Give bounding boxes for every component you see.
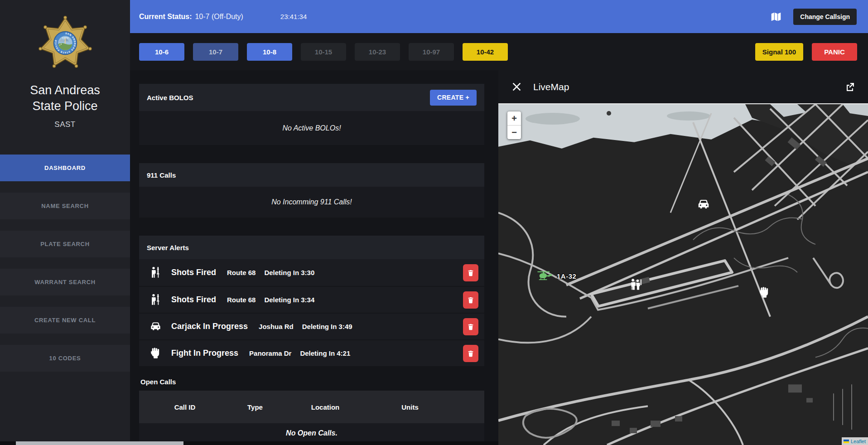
map-attribution: Leaflet — [842, 437, 868, 445]
livemap-panel: LiveMap — [498, 70, 868, 445]
status-code-button[interactable]: 10-97 — [409, 43, 454, 61]
alert-location: Route 68 — [227, 296, 256, 304]
alert-type-icon — [149, 266, 162, 279]
alert-delete-countdown: Deleting In 3:49 — [302, 323, 352, 330]
alert-type: Fight In Progress — [171, 348, 238, 358]
alert-type: Shots Fired — [171, 268, 216, 277]
map-icon[interactable] — [770, 11, 782, 23]
active-bolos-empty: No Active BOLOs! — [139, 111, 484, 145]
external-link-icon[interactable] — [844, 82, 855, 92]
zoom-in-button[interactable]: + — [507, 111, 521, 126]
alert-type-icon — [149, 320, 162, 333]
trash-icon — [467, 350, 474, 357]
top-status-bar: Current Status: 10-7 (Off-Duty) 23:41:34… — [130, 0, 868, 33]
status-code-button[interactable]: 10-6 — [139, 43, 184, 61]
server-alert-row: Shots Fired Route 68 Deleting In 3:34 — [139, 286, 484, 313]
sidebar-nav-item[interactable]: 10 CODES — [0, 345, 130, 372]
server-alerts-title: Server Alerts — [147, 244, 189, 252]
alert-type-icon — [149, 294, 162, 306]
fist-icon — [758, 286, 771, 299]
sidebar-nav-item-label: CREATE NEW CALL — [34, 317, 96, 324]
sidebar-nav-item-label: PLATE SEARCH — [40, 241, 90, 247]
sidebar-nav-item[interactable]: WARRANT SEARCH — [0, 269, 130, 295]
department-name: San Andreas State Police — [0, 82, 130, 114]
server-alerts-header: Server Alerts — [139, 236, 484, 259]
status-code-button[interactable]: 10-8 — [247, 43, 292, 61]
sidebar-nav-item[interactable]: DASHBOARD — [0, 155, 130, 181]
alert-location: Route 68 — [227, 269, 256, 276]
unit-callsign-label: 1A-32 — [557, 272, 576, 280]
open-calls-column-header: Call ID — [139, 403, 231, 411]
zoom-out-button[interactable]: − — [507, 126, 521, 139]
clock: 23:41:34 — [280, 13, 307, 20]
map-canvas[interactable]: + − 1A-32 Leaflet — [498, 103, 868, 445]
helicopter-icon — [536, 270, 553, 282]
sidebar-nav-item[interactable]: CREATE NEW CALL — [0, 307, 130, 334]
server-alerts-list: Shots Fired Route 68 Deleting In 3:30 Sh… — [139, 259, 484, 366]
delete-alert-button[interactable] — [463, 264, 478, 281]
current-status-label: Current Status: — [139, 13, 192, 21]
server-alert-row: Fight In Progress Panorama Dr Deleting I… — [139, 339, 484, 366]
map-marker-fight — [758, 286, 771, 299]
create-bolo-button[interactable]: CREATE + — [430, 90, 477, 106]
current-status-value: 10-7 (Off-Duty) — [195, 13, 243, 21]
active-bolos-header: Active BOLOS CREATE + — [139, 84, 484, 111]
sidebar-nav-item-label: 10 CODES — [49, 355, 81, 362]
sidebar-nav-item[interactable]: NAME SEARCH — [0, 193, 130, 219]
server-alert-row: Shots Fired Route 68 Deleting In 3:30 — [139, 259, 484, 286]
police-star-badge-icon: SAN ANDREAS STATE POLICE EUREKA — [31, 9, 99, 77]
sidebar-nav: DASHBOARD NAME SEARCH PLATE SEARCH WARRA… — [0, 155, 130, 383]
open-calls-table-header: Call ID Type Location Units — [139, 391, 484, 423]
car-icon — [697, 198, 710, 211]
department-abbr: SAST — [0, 120, 130, 129]
change-callsign-button[interactable]: Change Callsign — [793, 9, 857, 25]
livemap-title: LiveMap — [533, 82, 569, 92]
alert-type-icon — [149, 347, 162, 359]
status-code-button[interactable]: 10-42 — [463, 43, 508, 61]
calls-911-empty: No Incomming 911 Calls! — [139, 187, 484, 218]
ukraine-flag-icon — [844, 440, 849, 443]
delete-alert-button[interactable] — [463, 345, 478, 362]
close-icon[interactable] — [512, 82, 521, 92]
horizontal-scrollbar — [0, 441, 498, 445]
department-badge: SAN ANDREAS STATE POLICE EUREKA — [0, 0, 130, 77]
status-button-strip: 10-6 10-7 10-8 10-15 10-23 10-97 10-42 S… — [130, 33, 868, 70]
alert-delete-countdown: Deleting In 3:34 — [264, 296, 314, 304]
emergency-button[interactable]: Signal 100 — [755, 43, 803, 61]
people-robbery-icon — [629, 278, 643, 291]
status-code-button[interactable]: 10-7 — [193, 43, 238, 61]
badge-center-text: EUREKA — [62, 37, 69, 39]
delete-alert-button[interactable] — [463, 291, 478, 309]
trash-icon — [467, 323, 474, 330]
trash-icon — [467, 269, 474, 276]
sidebar-nav-item-label: DASHBOARD — [44, 164, 86, 171]
active-bolos-title: Active BOLOS — [147, 94, 193, 102]
sidebar-nav-item[interactable]: PLATE SEARCH — [0, 231, 130, 257]
alert-type: Shots Fired — [171, 295, 216, 305]
open-calls-title: Open Calls — [140, 378, 484, 386]
alert-location: Joshua Rd — [259, 323, 294, 330]
map-marker-helicopter-unit: 1A-32 — [536, 270, 576, 282]
status-code-buttons: 10-6 10-7 10-8 10-15 10-23 10-97 10-42 — [139, 43, 516, 61]
sidebar-nav-item-label: NAME SEARCH — [41, 203, 88, 209]
server-alert-row: Carjack In Progress Joshua Rd Deleting I… — [139, 313, 484, 339]
sidebar: SAN ANDREAS STATE POLICE EUREKA San Andr… — [0, 0, 130, 445]
status-code-button[interactable]: 10-23 — [355, 43, 400, 61]
trash-icon — [467, 296, 474, 304]
sidebar-nav-item-label: WARRANT SEARCH — [34, 279, 96, 285]
map-marker-shots-fired — [629, 278, 643, 291]
main-content: Active BOLOS CREATE + No Active BOLOs! 9… — [130, 70, 498, 445]
alert-location: Panorama Dr — [249, 349, 291, 357]
status-code-button[interactable]: 10-15 — [301, 43, 346, 61]
open-calls-column-header: Units — [371, 403, 449, 411]
delete-alert-button[interactable] — [463, 318, 478, 335]
horizontal-scrollbar-thumb[interactable] — [16, 441, 183, 445]
map-marker-carjack — [697, 198, 710, 211]
calls-911-title: 911 Calls — [147, 171, 176, 179]
open-calls-column-header: Type — [231, 403, 280, 411]
map-zoom-control: + − — [507, 111, 521, 139]
livemap-header: LiveMap — [498, 70, 868, 103]
leaflet-link[interactable]: Leaflet — [851, 439, 866, 444]
calls-911-header: 911 Calls — [139, 163, 484, 187]
emergency-button[interactable]: PANIC — [812, 43, 857, 61]
